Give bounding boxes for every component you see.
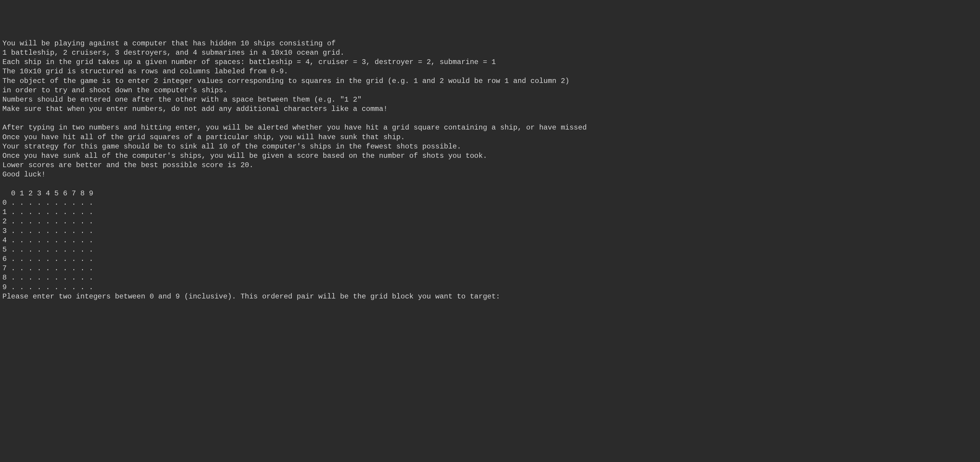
grid-row: 2 . . . . . . . . . .: [2, 217, 93, 225]
instruction-line: Lower scores are better and the best pos…: [2, 161, 253, 169]
instruction-line: Your strategy for this game should be to…: [2, 142, 461, 151]
instruction-line: Once you have sunk all of the computer's…: [2, 152, 487, 160]
grid-row: 7 . . . . . . . . . .: [2, 264, 93, 272]
input-prompt: Please enter two integers between 0 and …: [2, 293, 504, 301]
instruction-line: You will be playing against a computer t…: [2, 39, 336, 48]
instruction-line: The 10x10 grid is structured as rows and…: [2, 67, 288, 75]
instruction-line: in order to try and shoot down the compu…: [2, 86, 228, 94]
grid-header: 0 1 2 3 4 5 6 7 8 9: [2, 190, 93, 198]
instruction-line: Numbers should be entered one after the …: [2, 96, 361, 104]
instruction-line: Good luck!: [2, 170, 46, 178]
grid-row: 8 . . . . . . . . . .: [2, 274, 93, 282]
instruction-line: Once you have hit all of the grid square…: [2, 133, 405, 141]
instruction-line: After typing in two numbers and hitting …: [2, 124, 587, 132]
instruction-line: The object of the game is to enter 2 int…: [2, 77, 570, 85]
instruction-line: Make sure that when you enter numbers, d…: [2, 105, 388, 113]
instruction-line: 1 battleship, 2 cruisers, 3 destroyers, …: [2, 49, 344, 57]
instruction-line: Each ship in the grid takes up a given n…: [2, 58, 496, 66]
grid-row: 9 . . . . . . . . . .: [2, 283, 93, 291]
grid-row: 5 . . . . . . . . . .: [2, 245, 93, 254]
grid-row: 1 . . . . . . . . . .: [2, 208, 93, 216]
grid-row: 6 . . . . . . . . . .: [2, 255, 93, 263]
grid-row: 4 . . . . . . . . . .: [2, 236, 93, 244]
grid-row: 3 . . . . . . . . . .: [2, 227, 93, 235]
terminal-output[interactable]: You will be playing against a computer t…: [2, 39, 978, 301]
grid-row: 0 . . . . . . . . . .: [2, 199, 93, 207]
